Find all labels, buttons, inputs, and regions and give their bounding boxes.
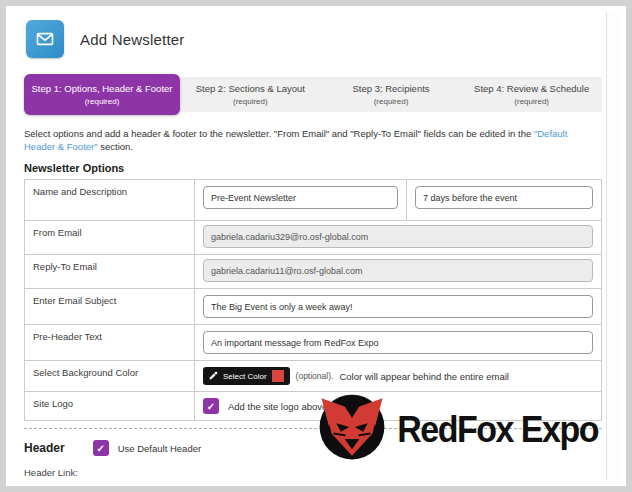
page-title: Add Newsletter [80,31,185,48]
row-label: From Email [25,221,195,255]
table-row-from-email: From Email [25,221,602,255]
color-swatch [272,370,284,382]
newsletter-name-input[interactable] [203,186,398,209]
pre-header-text-input[interactable] [203,331,593,354]
row-label: Reply-To Email [25,255,195,289]
row-label: Site Logo [25,392,195,421]
vertical-scrollbar[interactable] [606,12,620,480]
newsletter-description-input[interactable] [415,186,593,209]
site-logo-checkbox[interactable]: ✓ [203,398,219,414]
row-label: Pre-Header Text [25,325,195,361]
table-row-name-description: Name and Description [25,180,602,221]
fox-head-icon [315,390,389,468]
newsletter-options-heading: Newsletter Options [24,162,602,174]
select-color-label: Select Color [223,372,267,381]
add-newsletter-window: Add Newsletter Step 1: Options, Header &… [0,0,632,492]
email-subject-input[interactable] [203,295,593,318]
background-color-note: Color will appear behind the entire emai… [339,371,509,382]
header-link-label: Header Link: [24,467,602,478]
tab-step1-options-header-footer[interactable]: Step 1: Options, Header & Footer (requir… [24,74,180,115]
from-email-field [203,225,593,248]
intro-before: Select options and add a header & footer… [24,128,534,139]
row-label: Select Background Color [25,361,195,392]
logo-text: RedFox Expo [397,408,598,450]
row-label: Name and Description [25,180,195,221]
newsletter-options-table: Name and Description From Email Reply-To… [24,179,602,421]
reply-to-email-field [203,259,593,282]
intro-text: Select options and add a header & footer… [24,127,602,153]
redfox-expo-logo: RedFox Expo [315,390,598,468]
newsletter-envelope-icon [26,20,64,58]
table-row-background-color: Select Background Color Select Color (op… [25,361,602,392]
select-color-button[interactable]: Select Color [203,367,290,385]
table-row-pre-header-text: Pre-Header Text [25,325,602,361]
page-content: Add Newsletter Step 1: Options, Header &… [12,12,606,480]
eyedropper-icon [209,371,218,382]
app-header: Add Newsletter [24,16,602,62]
inactive-tabs-bar: Step 2: Sections & Layout (required) Ste… [180,77,602,112]
optional-note: (optional). [296,371,334,381]
table-row-email-subject: Enter Email Subject [25,289,602,325]
intro-after: section. [98,141,133,152]
tab-step2-sections-layout[interactable]: Step 2: Sections & Layout (required) [180,77,321,112]
tab-step3-recipients[interactable]: Step 3: Recipients (required) [321,77,462,112]
step-tabs: Step 1: Options, Header & Footer (requir… [24,74,602,115]
use-default-header-checkbox[interactable]: ✓ [93,440,109,456]
table-row-reply-to-email: Reply-To Email [25,255,602,289]
row-label: Enter Email Subject [25,289,195,325]
tab-step4-review-schedule[interactable]: Step 4: Review & Schedule (required) [461,77,602,112]
header-section-title: Header [24,441,65,455]
use-default-header-label: Use Default Header [118,443,201,454]
